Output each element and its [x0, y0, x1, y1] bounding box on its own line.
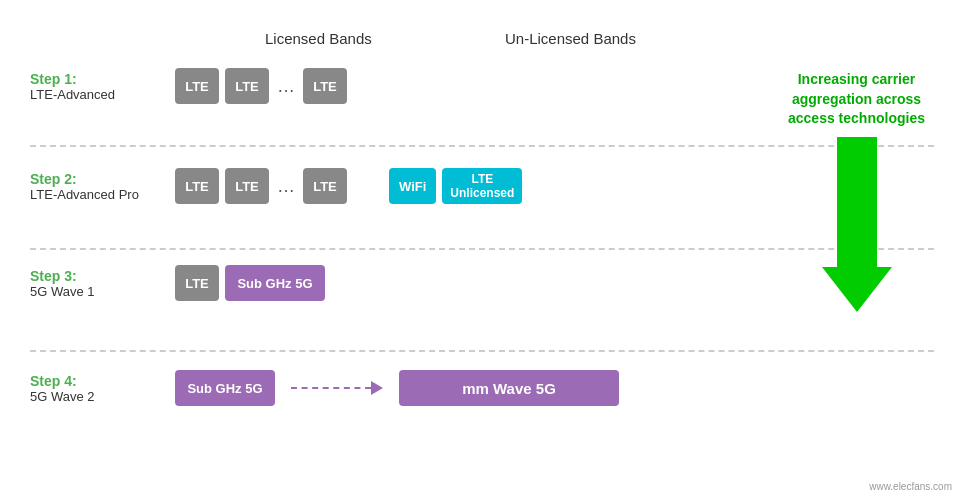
wifi-box: WiFi	[389, 168, 436, 204]
increasing-carrier-section: Increasing carrier aggregation across ac…	[779, 70, 934, 312]
step3-name: 5G Wave 1	[30, 284, 175, 299]
lte-box-2: LTE	[225, 68, 269, 104]
step4-content: Sub GHz 5G mm Wave 5G	[175, 370, 934, 406]
step2-name: LTE-Advanced Pro	[30, 187, 175, 202]
mm-wave-box: mm Wave 5G	[399, 370, 619, 406]
step2-label: Step 2: LTE-Advanced Pro	[30, 171, 175, 202]
row-step4: Step 4: 5G Wave 2 Sub GHz 5G mm Wave 5G	[0, 370, 964, 406]
lte-box-4: LTE	[175, 168, 219, 204]
step3-title: Step 3:	[30, 268, 175, 284]
step2-title: Step 2:	[30, 171, 175, 187]
step3-label: Step 3: 5G Wave 1	[30, 268, 175, 299]
dashed-line	[291, 387, 371, 389]
lte-box-1: LTE	[175, 68, 219, 104]
sub-ghz-box-1: Sub GHz 5G	[225, 265, 325, 301]
step1-name: LTE-Advanced	[30, 87, 175, 102]
header-licensed: Licensed Bands	[265, 30, 372, 47]
arrow-head	[371, 381, 383, 395]
step4-title: Step 4:	[30, 373, 175, 389]
increasing-carrier-text: Increasing carrier aggregation across ac…	[779, 70, 934, 129]
watermark: www.elecfans.com	[869, 481, 952, 492]
arrow-head-green	[822, 267, 892, 312]
lte-box-5: LTE	[225, 168, 269, 204]
sub-ghz-box-2: Sub GHz 5G	[175, 370, 275, 406]
green-arrow	[779, 137, 934, 312]
dashed-arrow	[291, 381, 383, 395]
arrow-body	[837, 137, 877, 267]
lte-unlicensed-box: LTEUnlicensed	[442, 168, 522, 204]
main-container: Licensed Bands Un-Licensed Bands Step 1:…	[0, 0, 964, 500]
divider-3	[30, 350, 934, 352]
step4-name: 5G Wave 2	[30, 389, 175, 404]
step4-label: Step 4: 5G Wave 2	[30, 373, 175, 404]
dots-2: …	[277, 176, 295, 197]
step1-label: Step 1: LTE-Advanced	[30, 71, 175, 102]
lte-box-3: LTE	[303, 68, 347, 104]
dots-1: …	[277, 76, 295, 97]
header-unlicensed: Un-Licensed Bands	[505, 30, 636, 47]
step1-title: Step 1:	[30, 71, 175, 87]
lte-box-7: LTE	[175, 265, 219, 301]
lte-box-6: LTE	[303, 168, 347, 204]
